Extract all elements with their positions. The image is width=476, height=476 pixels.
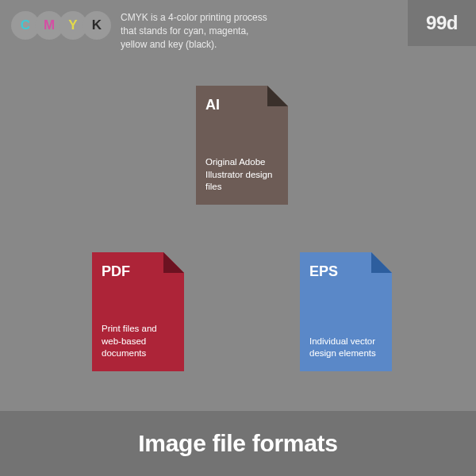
page-fold-icon xyxy=(163,252,184,273)
cmyk-k-letter: K xyxy=(92,17,102,33)
footer-title: Image file formats xyxy=(138,430,337,457)
page-fold-icon xyxy=(371,252,392,273)
file-card-pdf: PDF Print files and web-based documents xyxy=(92,252,184,371)
brand-logo-text: 99d xyxy=(426,12,458,34)
page-fold-icon xyxy=(267,86,288,106)
file-card-eps: EPS Individual vector design elements xyxy=(300,252,392,371)
file-body-ai: AI Original Adobe Illustrator design fil… xyxy=(196,86,288,205)
file-desc-eps: Individual vector design elements xyxy=(309,336,382,360)
cmyk-c-letter: C xyxy=(21,17,30,33)
cmyk-y-letter: Y xyxy=(68,17,77,33)
cmyk-badge: C M Y K xyxy=(11,11,106,40)
file-card-ai: AI Original Adobe Illustrator design fil… xyxy=(196,86,288,205)
file-desc-ai: Original Adobe Illustrator design files xyxy=(205,156,278,194)
header: C M Y K CMYK is a 4-color printing proce… xyxy=(0,0,476,51)
file-body-eps: EPS Individual vector design elements xyxy=(300,252,392,371)
file-desc-pdf: Print files and web-based documents xyxy=(102,323,175,360)
cmyk-description: CMYK is a 4-color printing process that … xyxy=(121,11,271,51)
file-body-pdf: PDF Print files and web-based documents xyxy=(92,252,184,371)
footer-band: Image file formats xyxy=(0,411,476,476)
brand-logo: 99d xyxy=(408,0,476,46)
cmyk-k-icon: K xyxy=(83,11,111,40)
cmyk-m-letter: M xyxy=(44,17,55,33)
